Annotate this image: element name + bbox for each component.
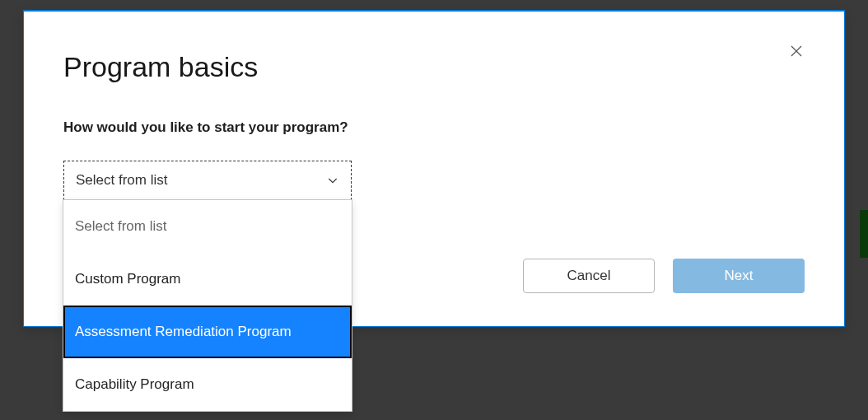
dropdown-option-placeholder[interactable]: Select from list bbox=[63, 200, 352, 253]
question-label: How would you like to start your program… bbox=[63, 119, 805, 136]
dropdown-option-label: Capability Program bbox=[75, 376, 194, 393]
dropdown-option-label: Select from list bbox=[75, 218, 166, 235]
background-accent-strip bbox=[860, 210, 868, 258]
dropdown-option-assessment-remediation[interactable]: Assessment Remediation Program bbox=[63, 306, 352, 358]
dropdown-option-capability-program[interactable]: Capability Program bbox=[63, 358, 352, 411]
close-icon bbox=[789, 44, 804, 58]
dropdown-option-label: Custom Program bbox=[75, 271, 180, 287]
chevron-down-icon bbox=[326, 174, 339, 187]
modal-footer-buttons: Cancel Next bbox=[523, 259, 805, 293]
dropdown-selected-value: Select from list bbox=[76, 172, 167, 189]
cancel-button[interactable]: Cancel bbox=[523, 259, 655, 293]
dropdown-option-label: Assessment Remediation Program bbox=[75, 324, 292, 340]
dropdown-option-custom-program[interactable]: Custom Program bbox=[63, 253, 352, 306]
dropdown-trigger[interactable]: Select from list bbox=[63, 161, 352, 200]
next-button[interactable]: Next bbox=[673, 259, 805, 293]
program-start-dropdown: Select from list Select from list Custom… bbox=[63, 161, 352, 200]
modal-title: Program basics bbox=[63, 51, 805, 83]
program-basics-modal: Program basics How would you like to sta… bbox=[23, 10, 845, 327]
close-button[interactable] bbox=[786, 41, 806, 61]
dropdown-list: Select from list Custom Program Assessme… bbox=[63, 199, 352, 412]
